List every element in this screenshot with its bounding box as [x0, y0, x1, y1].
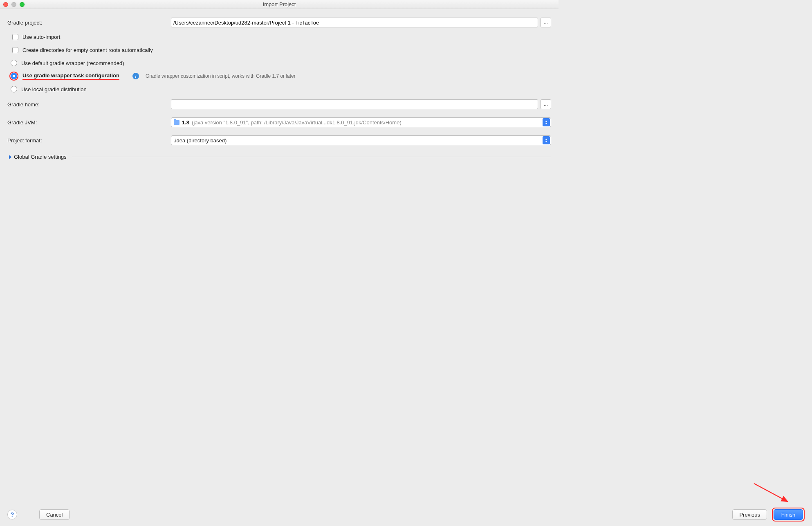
global-gradle-settings-toggle[interactable]: Global Gradle settings	[7, 154, 551, 160]
create-dirs-checkbox[interactable]	[12, 47, 18, 53]
annotation-circle	[9, 72, 18, 81]
radio-local-dist-label: Use local gradle distribution	[21, 86, 87, 92]
gradle-jvm-label: Gradle JVM:	[7, 119, 171, 126]
radio-local-dist[interactable]	[11, 86, 17, 92]
radio-wrapper-task[interactable]	[11, 73, 17, 79]
project-format-select[interactable]: .idea (directory based)	[171, 135, 551, 145]
titlebar: Import Project	[0, 0, 559, 9]
gradle-home-label: Gradle home:	[7, 101, 171, 108]
gradle-project-label: Gradle project:	[7, 20, 171, 26]
jvm-details: (java version "1.8.0_91", path: /Library…	[192, 119, 402, 126]
create-dirs-label: Create directories for empty content roo…	[22, 47, 153, 53]
dropdown-arrows-icon	[543, 118, 550, 126]
dropdown-arrows-icon	[543, 136, 550, 144]
browse-gradle-project-button[interactable]: ...	[541, 18, 551, 27]
radio-default-wrapper[interactable]	[11, 60, 17, 66]
gradle-project-input[interactable]	[171, 18, 538, 27]
radio-wrapper-task-label: Use gradle wrapper task configuration	[22, 72, 119, 80]
auto-import-label: Use auto-import	[22, 34, 60, 40]
info-icon: i	[132, 73, 139, 79]
gradle-home-input[interactable]	[171, 99, 538, 109]
gradle-jvm-select[interactable]: 1.8 (java version "1.8.0_91", path: /Lib…	[171, 117, 551, 127]
radio-default-wrapper-label: Use default gradle wrapper (recommended)	[21, 60, 124, 66]
divider	[72, 157, 551, 157]
wrapper-task-hint: Gradle wrapper customization in script, …	[146, 73, 296, 79]
window-title: Import Project	[0, 1, 559, 7]
browse-gradle-home-button[interactable]: ...	[541, 99, 551, 109]
dialog-content: Gradle project: ... Use auto-import Crea…	[0, 9, 559, 160]
folder-icon	[174, 120, 179, 125]
project-format-value: .idea (directory based)	[174, 137, 227, 144]
global-gradle-settings-label: Global Gradle settings	[14, 154, 67, 160]
chevron-right-icon	[9, 155, 11, 159]
auto-import-checkbox[interactable]	[12, 34, 18, 40]
jvm-version: 1.8	[182, 119, 189, 126]
project-format-label: Project format:	[7, 137, 171, 144]
